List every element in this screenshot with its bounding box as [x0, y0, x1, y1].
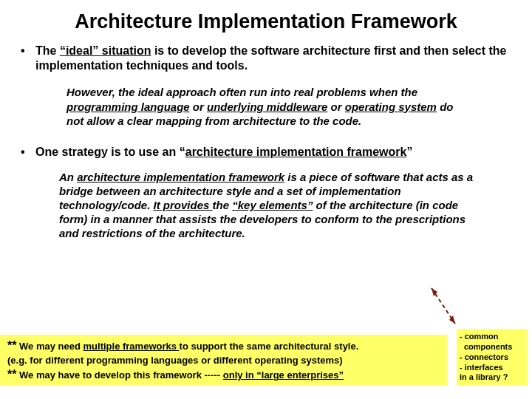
sub-paragraph-2: An architecture implementation framework…: [59, 170, 488, 241]
text: We may need: [16, 341, 83, 352]
bullet-dot: •: [21, 145, 35, 160]
text-underline: programming language: [66, 100, 190, 113]
text-underline: multiple frameworks: [83, 341, 180, 352]
text: ”: [406, 146, 412, 158]
text: or: [327, 100, 344, 113]
asterisks: **: [7, 339, 16, 352]
text: in a library ?: [460, 372, 508, 381]
svg-marker-1: [449, 316, 455, 324]
text-underline: underlying middleware: [207, 100, 327, 113]
text-underline: operating system: [345, 100, 437, 113]
text-underline: only in “large enterprises”: [223, 369, 344, 381]
side-note: - common components - connectors - inter…: [457, 329, 528, 386]
text: “: [180, 146, 185, 158]
slide: Architecture Implementation Framework •T…: [0, 0, 532, 399]
text: components: [460, 342, 512, 351]
text: However, the ideal approach often run in…: [66, 86, 417, 98]
text-underline: “key elements”: [232, 199, 313, 211]
text: We may have to develop this framework --…: [16, 369, 222, 381]
text: to support the same architectural style.: [180, 341, 359, 352]
text: - connectors: [460, 352, 508, 361]
text-underline: architecture implementation framework: [77, 171, 284, 183]
text: An: [59, 171, 77, 183]
bullet-dot: •: [21, 44, 35, 58]
slide-title: Architecture Implementation Framework: [21, 10, 511, 33]
text-underline: architecture implementation framework: [185, 146, 407, 158]
text: One strategy is to use an: [35, 146, 180, 158]
asterisks: **: [7, 368, 16, 381]
text: - interfaces: [460, 363, 503, 372]
footer-note: ** We may need multiple frameworks to su…: [0, 335, 447, 386]
bullet-1: •The “ideal” situation is to develop the…: [21, 44, 511, 73]
text: the: [213, 199, 233, 211]
arrow-icon: [429, 285, 460, 330]
text-underline: It provides: [154, 199, 213, 211]
svg-marker-2: [432, 288, 437, 296]
svg-line-0: [432, 288, 455, 324]
text: (e.g. for different programming language…: [7, 355, 343, 366]
bullet-2: •One strategy is to use an “architecture…: [21, 145, 511, 160]
sub-paragraph-1: However, the ideal approach often run in…: [66, 85, 466, 129]
text: The: [35, 44, 60, 57]
text-underline: “ideal” situation: [60, 44, 151, 57]
text: or: [190, 100, 207, 113]
text: - common: [460, 332, 499, 341]
